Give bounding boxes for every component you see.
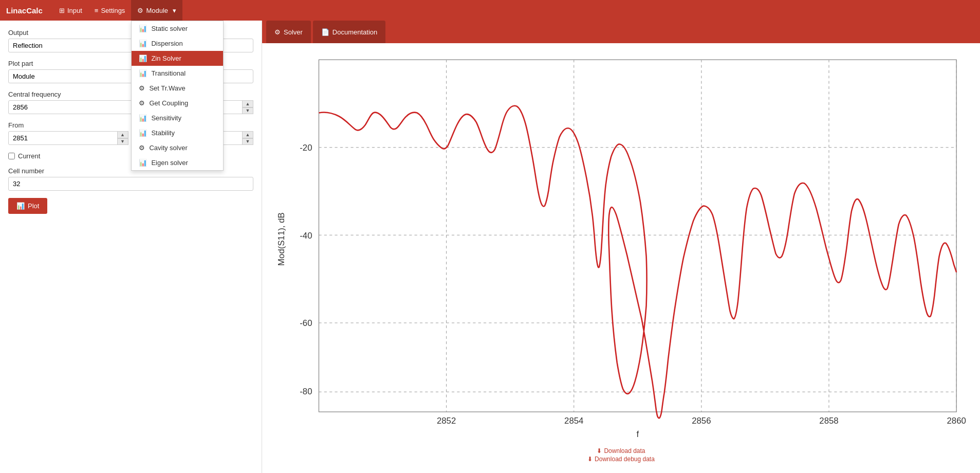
dropdown-item-stability[interactable]: 📊 Stability — [132, 125, 223, 140]
central-freq2-up[interactable]: ▲ — [242, 100, 253, 107]
dropdown-label-static-solver: Static solver — [151, 25, 188, 32]
download-data-label: Download data — [604, 447, 645, 454]
download-debug-link[interactable]: ⬇ Download debug data — [587, 456, 655, 463]
nav-input-label: Input — [67, 7, 82, 14]
dropdown-item-set-trwave[interactable]: ⚙ Set Tr.Wave — [132, 81, 223, 96]
dropdown-item-sensitivity[interactable]: 📊 Sensitivity — [132, 111, 223, 125]
chart-icon: 📊 — [139, 129, 147, 137]
dropdown-label-stability: Stability — [151, 129, 175, 137]
tab-documentation-label: Documentation — [332, 28, 377, 36]
central-freq2-down[interactable]: ▼ — [242, 107, 253, 115]
from-label: From — [8, 121, 128, 129]
chart-icon: 📊 — [139, 114, 147, 122]
to-spinners: ▲ ▼ — [242, 131, 253, 145]
plot-button[interactable]: 📊 Plot — [8, 198, 47, 214]
right-panel: ⚙ Solver 📄 Documentation — [262, 21, 980, 473]
chart-icon: 📊 — [16, 202, 25, 210]
dropdown-item-static-solver[interactable]: 📊 Static solver — [132, 21, 223, 36]
module-icon: ⚙ — [137, 7, 143, 14]
dropdown-item-zin-solver[interactable]: 📊 Zin Solver — [132, 51, 223, 66]
chart-container: -20 -40 -60 -80 2852 2854 2856 2858 2860… — [272, 48, 970, 443]
chevron-down-icon: ▾ — [173, 7, 176, 14]
dropdown-item-get-coupling[interactable]: ⚙ Get Coupling — [132, 96, 223, 111]
download-links: ⬇ Download data ⬇ Download debug data — [583, 443, 659, 468]
cell-number-select[interactable]: 32 — [8, 177, 253, 191]
chart-svg: -20 -40 -60 -80 2852 2854 2856 2858 2860… — [272, 48, 970, 443]
download-debug-icon: ⬇ — [587, 456, 593, 463]
central-freq2-spinners: ▲ ▼ — [242, 100, 253, 114]
nav-module-label: Module — [146, 7, 168, 14]
svg-text:2856: 2856 — [692, 416, 711, 426]
plot-btn-label: Plot — [28, 202, 39, 210]
from-spinners: ▲ ▼ — [117, 131, 128, 145]
to-down[interactable]: ▼ — [242, 138, 253, 145]
tab-solver[interactable]: ⚙ Solver — [266, 21, 311, 43]
dropdown-label-transitional: Transitional — [151, 69, 186, 77]
tab-documentation[interactable]: 📄 Documentation — [313, 21, 385, 43]
gear-icon: ⚙ — [274, 28, 281, 36]
dropdown-item-dispersion[interactable]: 📊 Dispersion — [132, 36, 223, 51]
svg-text:2858: 2858 — [819, 416, 838, 426]
gear-icon: ⚙ — [139, 144, 145, 152]
svg-text:f: f — [636, 429, 639, 439]
dropdown-item-transitional[interactable]: 📊 Transitional — [132, 66, 223, 81]
nav-module[interactable]: ⚙ Module ▾ 📊 Static solver 📊 Dispersion … — [131, 0, 182, 21]
svg-text:2854: 2854 — [564, 416, 583, 426]
chart-icon: 📊 — [139, 54, 147, 62]
chart-icon: 📊 — [139, 69, 147, 77]
app-brand: LinacCalc — [6, 6, 43, 15]
gear-icon: ⚙ — [139, 84, 145, 92]
from-input[interactable] — [8, 131, 128, 145]
tab-bar: ⚙ Solver 📄 Documentation — [262, 21, 980, 43]
nav-input[interactable]: ⊞ Input — [53, 0, 88, 21]
dropdown-label-set-trwave: Set Tr.Wave — [149, 84, 185, 92]
nav-settings[interactable]: ≡ Settings — [88, 0, 132, 21]
chart-area: -20 -40 -60 -80 2852 2854 2856 2858 2860… — [262, 43, 980, 473]
dropdown-item-cavity-solver[interactable]: ⚙ Cavity solver — [132, 140, 223, 155]
svg-text:2860: 2860 — [947, 416, 966, 426]
dropdown-label-eigen-solver: Eigen solver — [151, 159, 188, 167]
current-checkbox[interactable] — [8, 153, 15, 159]
chart-icon: 📊 — [139, 25, 147, 32]
dropdown-label-zin-solver: Zin Solver — [151, 54, 181, 62]
dropdown-item-eigen-solver[interactable]: 📊 Eigen solver — [132, 155, 223, 170]
from-up[interactable]: ▲ — [117, 131, 128, 138]
settings-icon: ≡ — [95, 7, 99, 14]
doc-icon: 📄 — [321, 28, 329, 36]
dropdown-label-get-coupling: Get Coupling — [149, 99, 188, 107]
svg-text:Mod(S11), dB: Mod(S11), dB — [276, 212, 286, 266]
chart-icon: 📊 — [139, 40, 147, 47]
svg-text:-80: -80 — [300, 387, 312, 396]
download-debug-label: Download debug data — [595, 456, 655, 463]
module-dropdown-menu: 📊 Static solver 📊 Dispersion 📊 Zin Solve… — [131, 21, 224, 171]
nav-settings-label: Settings — [101, 7, 125, 14]
svg-text:-20: -20 — [300, 143, 312, 153]
navbar: LinacCalc ⊞ Input ≡ Settings ⚙ Module ▾ … — [0, 0, 980, 21]
gear-icon: ⚙ — [139, 99, 145, 107]
tab-solver-label: Solver — [284, 28, 303, 36]
svg-text:-60: -60 — [300, 318, 312, 328]
svg-text:-40: -40 — [300, 231, 312, 241]
to-up[interactable]: ▲ — [242, 131, 253, 138]
dropdown-label-dispersion: Dispersion — [151, 40, 182, 47]
download-data-link[interactable]: ⬇ Download data — [587, 447, 655, 454]
dropdown-label-cavity-solver: Cavity solver — [149, 144, 187, 152]
dropdown-label-sensitivity: Sensitivity — [151, 114, 181, 122]
from-down[interactable]: ▼ — [117, 138, 128, 145]
table-icon: ⊞ — [59, 7, 65, 14]
download-icon: ⬇ — [597, 447, 602, 454]
current-label: Current — [18, 152, 40, 160]
chart-icon: 📊 — [139, 159, 147, 167]
svg-text:2852: 2852 — [437, 416, 456, 426]
